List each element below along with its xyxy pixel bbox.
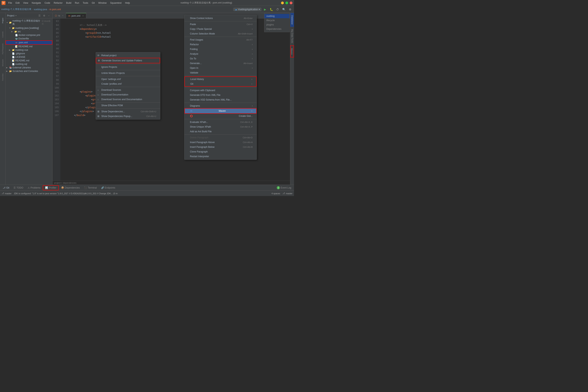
status-spaces[interactable]: 4 spaces: [272, 192, 280, 195]
settings-button[interactable]: ⚙: [287, 7, 293, 12]
ctx-show-context-actions[interactable]: Show Context Actions Alt+Enter: [184, 16, 256, 20]
ctx-download-docs[interactable]: ↓ Download Documentation: [96, 92, 160, 97]
ctx-validate[interactable]: Validate: [184, 70, 256, 75]
tree-item-sql[interactable]: 📄 vueblog.sql: [6, 62, 52, 66]
breadcrumb-root[interactable]: vueblog-个人博客前后端分离: [1, 8, 31, 11]
sidebar-tab-commit[interactable]: Commit: [0, 28, 5, 42]
menu-edit[interactable]: Edit: [14, 1, 21, 5]
tree-item-docker-compose[interactable]: 📄 docker-compose.yml: [6, 33, 52, 37]
tree-item-scratches[interactable]: ▶ 📂 Scratches and Consoles: [6, 70, 52, 73]
bottom-tab-terminal[interactable]: ⬛ Terminal: [82, 185, 98, 190]
ctx-open-settings[interactable]: Open 'settings.xml': [96, 77, 160, 82]
menu-help[interactable]: Help: [124, 1, 132, 5]
run-button[interactable]: ▶: [262, 7, 268, 12]
menu-run[interactable]: Run: [73, 1, 81, 5]
big-data-tab[interactable]: Big Data Tools: [290, 27, 294, 46]
ctx-generate-sources[interactable]: ⚙ Generate Sources and Update Folders: [96, 58, 160, 63]
ctx-generate-xsd[interactable]: Generate XSD Schema from XML File...: [184, 98, 256, 102]
ctx-git[interactable]: Git ›: [184, 82, 256, 87]
sidebar-tab-structure[interactable]: Structure: [0, 56, 5, 70]
db-item-plugins[interactable]: plugins: [264, 22, 290, 27]
bottom-tab-dependencies[interactable]: 📦 Dependencies: [59, 185, 82, 190]
ctx-insert-above[interactable]: Insert Paragraph Above Ctrl+Alt+A: [184, 140, 256, 145]
ctx-download-sources[interactable]: ↓ Download Sources: [96, 88, 160, 92]
ctx-generate-dtd[interactable]: Generate DTD from XML File: [184, 93, 256, 98]
tree-item-dockerfile[interactable]: 🐳 Dockerfile: [6, 37, 52, 40]
ctx-diagrams[interactable]: Diagrams ›: [184, 104, 256, 108]
ctx-reload-project[interactable]: ⟳ Reload project: [96, 53, 160, 58]
ctx-create-profiles[interactable]: Create 'profiles.xml': [96, 82, 160, 86]
ctx-show-unique-xpath[interactable]: Show Unique XPath Ctrl+Alt+X, P: [184, 124, 256, 129]
status-git[interactable]: ⎇ master: [2, 192, 12, 195]
tab-close[interactable]: ×: [62, 14, 64, 17]
tree-item-pom[interactable]: m pom.xml: [6, 40, 52, 45]
menu-squaretest[interactable]: Squaretest: [108, 1, 123, 5]
ctx-ignore-projects[interactable]: Ignore Projects: [96, 65, 160, 70]
bottom-tab-profiler[interactable]: 📊 Profiler: [43, 185, 58, 190]
menu-navigate[interactable]: Navigate: [30, 1, 42, 5]
menu-window[interactable]: Window: [97, 1, 108, 5]
status-branch-right[interactable]: ⎇ master: [282, 192, 292, 195]
menu-code[interactable]: Code: [43, 1, 52, 5]
ctx-restart-interpreter[interactable]: Restart Interpreter: [184, 154, 256, 159]
close-button[interactable]: ×: [290, 2, 292, 4]
ctx-show-dependencies-popup[interactable]: ⊞ Show Dependencies Popup... Ctrl+Alt+U: [96, 114, 160, 118]
debug-button[interactable]: 🐛: [268, 7, 274, 12]
tree-item-readme-java[interactable]: 📝 README.md: [6, 45, 52, 48]
bottom-tab-endpoints[interactable]: 🔗 Endpoints: [99, 185, 117, 190]
bottom-tab-todo[interactable]: ☰ TODO: [12, 185, 25, 190]
database-tab[interactable]: Database: [290, 13, 294, 27]
menu-tools[interactable]: Tools: [81, 1, 90, 5]
tree-item-readme-root[interactable]: 📝 README.md: [6, 59, 52, 62]
breadcrumb-file[interactable]: m pom.xml: [50, 8, 61, 11]
sidebar-tab-favorites[interactable]: Favorites: [0, 70, 5, 84]
menu-refactor[interactable]: Refactor: [52, 1, 64, 5]
db-item-lifecycle[interactable]: lifecycle: [264, 18, 290, 22]
menu-file[interactable]: File: [7, 1, 14, 5]
ctx-local-history[interactable]: Local History ›: [184, 76, 256, 82]
menu-view[interactable]: View: [22, 1, 30, 5]
menu-build[interactable]: Build: [64, 1, 73, 5]
ctx-insert-below[interactable]: Insert Paragraph Below Ctrl+Alt+B: [184, 145, 256, 149]
search-button[interactable]: 🔍: [281, 7, 286, 12]
run-config-dropdown-icon[interactable]: ▾: [259, 8, 260, 11]
ctx-create-gist[interactable]: ⭕ Create Gist...: [184, 114, 256, 118]
editor-tab-ra[interactable]: ⬡ ra ×: [52, 13, 66, 18]
ctx-add-ant[interactable]: Add as Ant Build File: [184, 129, 256, 134]
ctx-paste[interactable]: Paste Ctrl+V: [184, 22, 256, 27]
collapse-all-btn[interactable]: ☰: [38, 14, 41, 18]
bottom-tab-problems[interactable]: ⚠ Problems: [26, 185, 42, 190]
project-dropdown-icon[interactable]: ▾: [16, 14, 16, 17]
maximize-button[interactable]: □: [286, 2, 288, 4]
db-item-dependencies[interactable]: Dependencies: [264, 27, 290, 31]
db-item-vueblog[interactable]: vueblog: [264, 14, 290, 18]
ctx-download-both[interactable]: ↓ Download Sources and Documentation: [96, 97, 160, 102]
maven-panel-tab[interactable]: Maven: [290, 46, 294, 58]
ctx-find-usages[interactable]: Find Usages Alt+F7: [184, 38, 256, 42]
ctx-clone-paragraph[interactable]: Clone Paragraph: [184, 149, 256, 154]
ctx-analyze[interactable]: Analyze ›: [184, 52, 256, 56]
ctx-maven[interactable]: m Maven ›: [184, 108, 256, 114]
ctx-generate[interactable]: Generate... Alt+Insert: [184, 61, 256, 66]
close-panel-btn[interactable]: −: [47, 14, 51, 18]
ctx-evaluate-xpath[interactable]: Evaluate XPath... Ctrl+Alt+X, E: [184, 120, 256, 124]
bottom-tab-git[interactable]: ⎇ Git: [1, 185, 11, 190]
tree-item-license[interactable]: 📄 LICENSE: [6, 55, 52, 59]
ctx-refactor[interactable]: Refactor ›: [184, 42, 256, 47]
tree-item-vueblog-vue[interactable]: ▶ 📁 vueblog-vue: [6, 48, 52, 52]
event-log-btn[interactable]: 1 Event Log: [275, 185, 293, 190]
profile-button[interactable]: ⏱: [275, 7, 280, 12]
sidebar-tab-project[interactable]: Project: [0, 14, 5, 28]
ctx-show-effective-pom[interactable]: Show Effective POM: [96, 103, 160, 108]
tab-close[interactable]: ×: [82, 14, 84, 17]
breadcrumb-module[interactable]: vueblog-java: [34, 8, 47, 11]
ctx-goto[interactable]: Go To ›: [184, 56, 256, 61]
tree-item-gitignore[interactable]: 📄 .gitignore: [6, 52, 52, 55]
tree-item-src[interactable]: ▶ 📁 src: [6, 30, 52, 33]
settings-panel-btn[interactable]: ⚙: [42, 14, 46, 18]
minimize-button[interactable]: −: [281, 2, 284, 4]
ctx-unlink[interactable]: Unlink Maven Projects: [96, 71, 160, 76]
ctx-show-dependencies[interactable]: ⊞ Show Dependencies... Ctrl+Alt+Shift+U: [96, 109, 160, 114]
run-config-selector[interactable]: ☁ VueblogApplication ▾: [233, 8, 262, 11]
ctx-column-selection[interactable]: Column Selection Mode Alt+Shift+Insert: [184, 31, 256, 36]
